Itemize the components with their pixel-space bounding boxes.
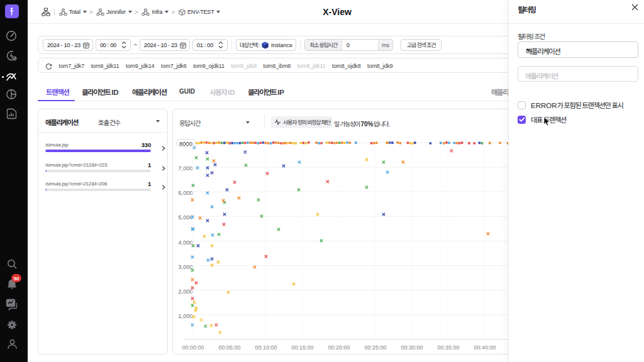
svg-text:50: 50 bbox=[14, 276, 19, 282]
